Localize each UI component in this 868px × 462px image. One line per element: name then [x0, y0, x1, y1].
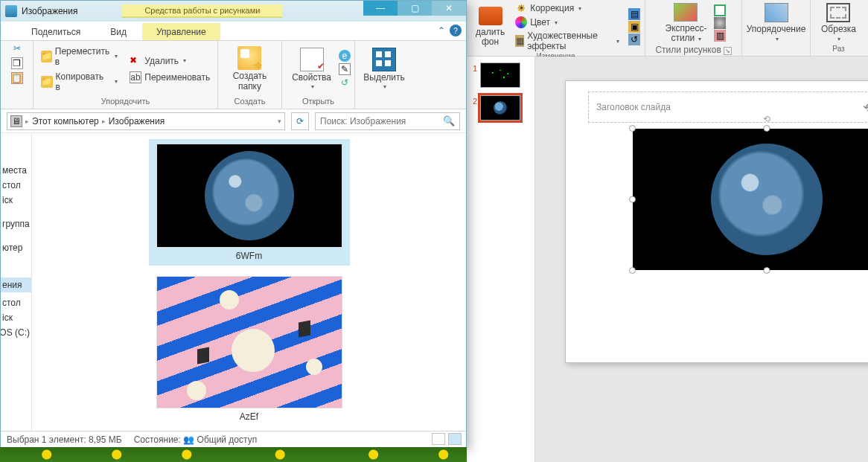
resize-handle[interactable] — [629, 267, 636, 274]
paste-icon[interactable]: 📋 — [11, 72, 23, 84]
copy-to-button[interactable]: 📁 Копировать в▾ — [38, 70, 121, 94]
remove-bg-icon — [479, 7, 502, 25]
nav-pane[interactable]: места стол іск группа ютер ения стол іск… — [1, 133, 32, 431]
slide-picture[interactable]: ⟲ — [633, 129, 868, 270]
file-thumbnail — [156, 144, 342, 248]
search-input[interactable] — [320, 116, 443, 126]
slide-thumbnails-panel: 1 2 — [467, 57, 535, 462]
explorer-content: места стол іск группа ютер ения стол іск… — [1, 133, 466, 431]
pc-icon: 🖥 — [10, 115, 22, 127]
refresh-button[interactable]: ⟳ — [291, 112, 309, 130]
color-button[interactable]: Цвет▾ — [512, 16, 622, 29]
open-icon[interactable]: e — [339, 50, 351, 62]
maximize-button[interactable]: ▢ — [398, 1, 432, 16]
artistic-effects-button[interactable]: ▦ Художественные эффекты▾ — [512, 30, 622, 52]
search-box[interactable]: 🔍 — [315, 112, 460, 130]
pp-group-styles: Экспресс-стили ▾ ▥ Стили рисунков ↘ — [645, 0, 742, 56]
edit-icon[interactable]: ✎ — [339, 63, 351, 75]
arrange-icon — [765, 3, 788, 22]
explorer-titlebar[interactable]: Изображения Средства работы с рисунками … — [1, 1, 466, 22]
copy-icon[interactable]: ❐ — [11, 57, 23, 69]
sidebar-item[interactable]: стол — [1, 178, 31, 193]
history-dropdown-icon[interactable]: ▾ — [278, 118, 281, 125]
history-icon[interactable]: ↺ — [339, 77, 351, 89]
new-folder-button[interactable]: ✦ Создатьпапку — [227, 43, 273, 95]
details-view-button[interactable] — [432, 433, 445, 445]
explorer-tabs: Поделиться Вид Управление ⌃ ? — [1, 22, 466, 41]
search-icon: 🔍 — [443, 115, 455, 126]
pictures-library-icon — [5, 5, 17, 17]
slide-thumb-2-preview — [480, 95, 520, 121]
group-create: ✦ Создатьпапку Создать — [218, 41, 282, 109]
effects-icon: ▦ — [515, 35, 524, 47]
delete-button[interactable]: ✖ Удалить▾ — [127, 54, 213, 68]
arrange-button[interactable]: Упорядочение▾ — [742, 1, 811, 45]
quick-styles-button[interactable]: Экспресс-стили ▾ — [661, 1, 712, 45]
file-name: 6WFm — [236, 251, 262, 261]
resize-handle[interactable] — [764, 125, 770, 132]
breadcrumb-current[interactable]: Изображения — [109, 116, 165, 126]
remove-background-button[interactable]: далитьфон — [471, 5, 509, 48]
properties-icon: ✔ — [300, 48, 324, 71]
sidebar-item[interactable]: места — [1, 163, 31, 178]
breadcrumb-root[interactable]: Этот компьютер ▸ — [32, 116, 106, 126]
context-tab-title: Средства работы с рисунками — [122, 4, 282, 18]
file-item-selected[interactable]: 6WFm — [149, 139, 350, 266]
address-bar-row: 🖥 ▸ Этот компьютер ▸ Изображения ▾ ⟳ 🔍 — [1, 109, 466, 133]
sidebar-item[interactable]: ютер — [1, 240, 31, 255]
reset-pic-icon[interactable]: ↺ — [628, 33, 640, 45]
explorer-ribbon: ✂ ❐ 📋 📁 Переместить в▾ 📁 Копировать в▾ — [1, 41, 466, 109]
group-open: ✔ Свойства▾ e ✎ ↺ Открыть — [282, 41, 355, 109]
group-label-styles: Стили рисунков ↘ — [655, 45, 731, 55]
tab-manage[interactable]: Управление — [142, 23, 220, 40]
properties-button[interactable]: ✔ Свойства▾ — [286, 43, 337, 95]
new-folder-icon: ✦ — [237, 46, 261, 70]
slide-thumb-2[interactable]: 2 — [470, 95, 532, 121]
rotate-handle-icon[interactable]: ⟲ — [762, 114, 772, 124]
crop-button[interactable]: Обрезка▾ — [817, 1, 861, 45]
brightness-icon: ☀ — [515, 2, 527, 14]
sidebar-item[interactable]: OS (C:) — [1, 325, 31, 340]
sidebar-item[interactable]: группа — [1, 216, 31, 231]
rotate-handle-icon[interactable]: ⟲ — [863, 100, 869, 116]
file-item[interactable]: AzEf — [149, 272, 350, 426]
help-icon[interactable]: ? — [450, 25, 462, 36]
minimize-button[interactable]: — — [363, 1, 398, 16]
sidebar-item[interactable]: іск — [1, 310, 31, 325]
status-bar: Выбран 1 элемент: 8,95 МБ Состояние: 👥 О… — [1, 431, 466, 447]
resize-handle[interactable] — [764, 267, 770, 274]
explorer-window: Изображения Средства работы с рисунками … — [0, 0, 467, 448]
slide-canvas[interactable]: Заголовок слайда ⟲ ⟲ — [535, 57, 868, 462]
pp-group-change: далитьфон ☀ Коррекция▾ Цвет▾ ▦ Художеств… — [467, 0, 645, 56]
change-pic-icon[interactable]: ▣ — [628, 21, 640, 33]
address-bar[interactable]: 🖥 ▸ Этот компьютер ▸ Изображения ▾ — [7, 112, 285, 130]
chevron-right-icon[interactable]: ▸ — [25, 118, 29, 125]
rename-button[interactable]: ab Переименовать — [127, 70, 213, 85]
delete-icon: ✖ — [130, 55, 141, 67]
slide-title-placeholder[interactable]: Заголовок слайда ⟲ — [588, 92, 868, 123]
ribbon-collapse-icon[interactable]: ⌃ — [438, 25, 445, 36]
group-clipboard: ✂ ❐ 📋 — [1, 41, 33, 109]
file-list[interactable]: 6WFm AzEf — [32, 133, 466, 431]
sidebar-item[interactable]: ения — [1, 277, 31, 292]
tab-share[interactable]: Поделиться — [17, 23, 95, 40]
group-select: Выделить▾ — [355, 41, 413, 109]
sidebar-item[interactable]: іск — [1, 193, 31, 208]
slide-thumb-1[interactable]: 1 — [470, 62, 532, 88]
compress-icon[interactable]: ▤ — [628, 8, 640, 20]
earth-image — [711, 144, 823, 255]
tab-view[interactable]: Вид — [96, 23, 141, 40]
cut-icon[interactable]: ✂ — [11, 42, 23, 54]
thumbnails-view-button[interactable] — [448, 433, 462, 445]
close-button[interactable]: ✕ — [432, 1, 466, 16]
resize-handle[interactable] — [629, 125, 636, 132]
picture-effects-icon[interactable] — [714, 17, 726, 29]
move-to-button[interactable]: 📁 Переместить в▾ — [38, 45, 121, 68]
corrections-button[interactable]: ☀ Коррекция▾ — [512, 1, 622, 15]
resize-handle[interactable] — [629, 196, 636, 203]
select-button[interactable]: Выделить▾ — [357, 43, 410, 95]
file-thumbnail — [156, 276, 342, 408]
sidebar-item[interactable]: стол — [1, 295, 31, 310]
picture-border-icon[interactable] — [714, 4, 726, 16]
picture-layout-icon[interactable]: ▥ — [714, 30, 726, 42]
